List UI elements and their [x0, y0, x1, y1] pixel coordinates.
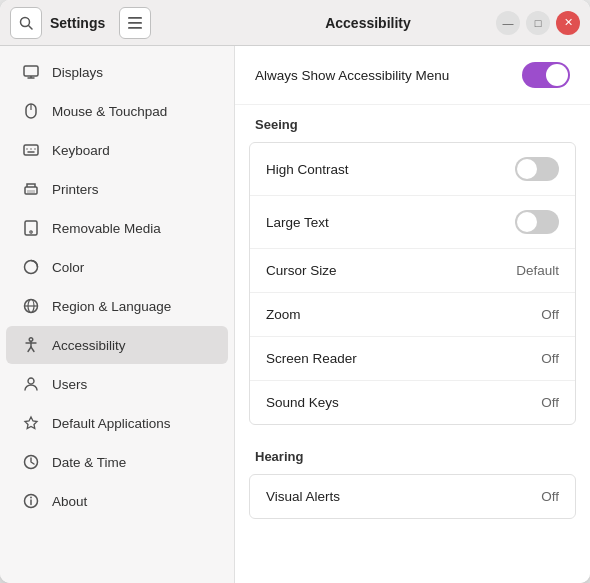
displays-icon [22, 63, 40, 81]
maximize-icon: □ [535, 17, 542, 29]
about-icon [22, 492, 40, 510]
default-apps-icon [22, 414, 40, 432]
visual-alerts-label: Visual Alerts [266, 489, 340, 504]
visual-alerts-row[interactable]: Visual Alerts Off [250, 475, 575, 518]
minimize-button[interactable]: — [496, 11, 520, 35]
removable-media-icon [22, 219, 40, 237]
zoom-row[interactable]: Zoom Off [250, 293, 575, 337]
accessibility-label: Accessibility [52, 338, 126, 353]
color-icon [22, 258, 40, 276]
screen-reader-row[interactable]: Screen Reader Off [250, 337, 575, 381]
accessibility-icon [22, 336, 40, 354]
sidebar-item-keyboard[interactable]: Keyboard [6, 131, 228, 169]
toggle-knob [546, 64, 568, 86]
sound-keys-value: Off [541, 395, 559, 410]
main-panel: Always Show Accessibility Menu Seeing Hi… [235, 46, 590, 583]
menu-button[interactable] [119, 7, 151, 39]
always-show-menu-label: Always Show Accessibility Menu [255, 68, 449, 83]
printers-label: Printers [52, 182, 99, 197]
svg-line-26 [28, 347, 31, 352]
svg-line-1 [29, 25, 33, 29]
close-icon: ✕ [564, 16, 573, 29]
zoom-value: Off [541, 307, 559, 322]
default-applications-label: Default Applications [52, 416, 171, 431]
cursor-size-value: Default [516, 263, 559, 278]
svg-rect-16 [27, 190, 35, 193]
large-text-toggle[interactable] [515, 210, 559, 234]
sidebar-item-mouse-touchpad[interactable]: Mouse & Touchpad [6, 92, 228, 130]
printers-icon [22, 180, 40, 198]
toggle-knob [517, 212, 537, 232]
svg-rect-3 [128, 22, 142, 24]
high-contrast-row[interactable]: High Contrast [250, 143, 575, 196]
always-show-menu-row[interactable]: Always Show Accessibility Menu [235, 46, 590, 105]
svg-marker-29 [25, 417, 37, 429]
users-icon [22, 375, 40, 393]
sidebar-item-default-applications[interactable]: Default Applications [6, 404, 228, 442]
screen-reader-label: Screen Reader [266, 351, 357, 366]
screen-reader-value: Off [541, 351, 559, 366]
about-label: About [52, 494, 87, 509]
cursor-size-label: Cursor Size [266, 263, 337, 278]
search-icon [19, 16, 33, 30]
hearing-header: Hearing [235, 437, 590, 470]
removable-media-label: Removable Media [52, 221, 161, 236]
sidebar-title: Settings [50, 15, 105, 31]
panel-title: Accessibility [240, 15, 496, 31]
keyboard-label: Keyboard [52, 143, 110, 158]
titlebar: Settings Accessibility — □ ✕ [0, 0, 590, 46]
settings-window: Settings Accessibility — □ ✕ [0, 0, 590, 583]
large-text-row[interactable]: Large Text [250, 196, 575, 249]
sidebar-item-removable-media[interactable]: Removable Media [6, 209, 228, 247]
sidebar-item-date-time[interactable]: Date & Time [6, 443, 228, 481]
large-text-label: Large Text [266, 215, 329, 230]
high-contrast-toggle[interactable] [515, 157, 559, 181]
window-controls: — □ ✕ [496, 11, 580, 35]
date-time-label: Date & Time [52, 455, 126, 470]
svg-point-18 [30, 231, 32, 233]
sidebar-item-printers[interactable]: Printers [6, 170, 228, 208]
region-language-label: Region & Language [52, 299, 171, 314]
sound-keys-row[interactable]: Sound Keys Off [250, 381, 575, 424]
search-button[interactable] [10, 7, 42, 39]
date-time-icon [22, 453, 40, 471]
visual-alerts-value: Off [541, 489, 559, 504]
svg-point-33 [30, 497, 32, 499]
always-show-menu-toggle[interactable] [522, 62, 570, 88]
svg-rect-5 [24, 66, 38, 76]
sidebar-item-users[interactable]: Users [6, 365, 228, 403]
svg-rect-10 [24, 145, 38, 155]
zoom-label: Zoom [266, 307, 301, 322]
toggle-knob [517, 159, 537, 179]
sidebar-item-color[interactable]: Color [6, 248, 228, 286]
sidebar: Displays Mouse & Touchpad Keyboard Print… [0, 46, 235, 583]
minimize-icon: — [503, 17, 514, 29]
users-label: Users [52, 377, 87, 392]
hearing-group: Visual Alerts Off [249, 474, 576, 519]
content-area: Displays Mouse & Touchpad Keyboard Print… [0, 46, 590, 583]
seeing-header: Seeing [235, 105, 590, 138]
sound-keys-label: Sound Keys [266, 395, 339, 410]
hamburger-icon [128, 17, 142, 29]
region-icon [22, 297, 40, 315]
displays-label: Displays [52, 65, 103, 80]
keyboard-icon [22, 141, 40, 159]
sidebar-item-accessibility[interactable]: Accessibility [6, 326, 228, 364]
high-contrast-label: High Contrast [266, 162, 349, 177]
seeing-group: High Contrast Large Text Cursor Size Def… [249, 142, 576, 425]
svg-rect-4 [128, 27, 142, 29]
maximize-button[interactable]: □ [526, 11, 550, 35]
mouse-icon [22, 102, 40, 120]
sidebar-item-displays[interactable]: Displays [6, 53, 228, 91]
svg-line-27 [31, 347, 34, 352]
sidebar-item-about[interactable]: About [6, 482, 228, 520]
mouse-touchpad-label: Mouse & Touchpad [52, 104, 167, 119]
cursor-size-row[interactable]: Cursor Size Default [250, 249, 575, 293]
sidebar-item-region-language[interactable]: Region & Language [6, 287, 228, 325]
color-label: Color [52, 260, 84, 275]
svg-point-28 [28, 378, 34, 384]
close-button[interactable]: ✕ [556, 11, 580, 35]
svg-rect-2 [128, 17, 142, 19]
titlebar-left: Settings [10, 7, 240, 39]
